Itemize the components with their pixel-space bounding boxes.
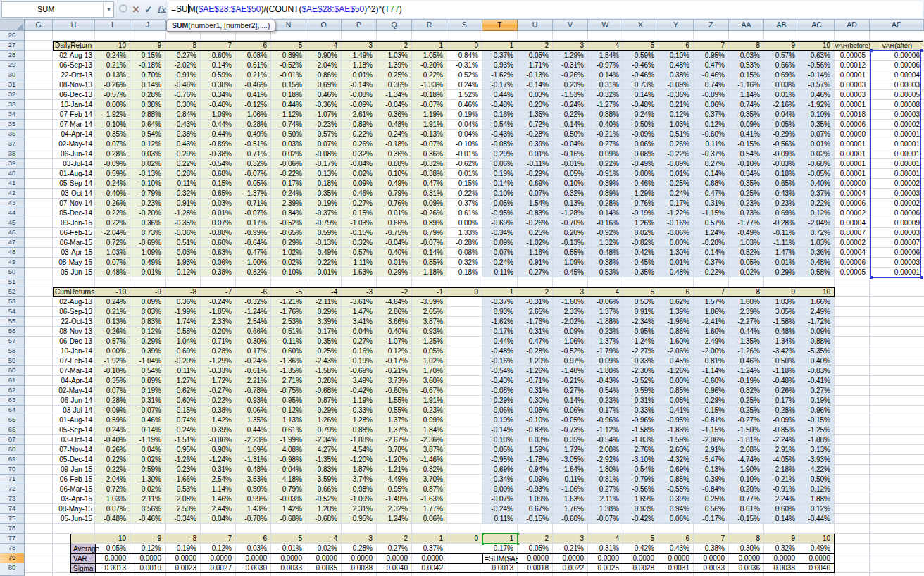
- cell-I55[interactable]: 0.13%: [95, 317, 130, 327]
- cell-K80[interactable]: 0.0023: [166, 563, 201, 573]
- cell-P47[interactable]: 0.32%: [342, 238, 377, 248]
- cell-P53[interactable]: -3.61%: [342, 297, 377, 307]
- cell-Q67[interactable]: -2.67%: [377, 435, 412, 445]
- cell-O73[interactable]: -0.52%: [306, 494, 342, 504]
- cell-AB49[interactable]: -0.01%: [764, 258, 799, 268]
- cell-Q29[interactable]: 1.39%: [377, 61, 412, 70]
- cell-Q54[interactable]: 2.86%: [377, 307, 412, 317]
- cell-X68[interactable]: 2.76%: [623, 445, 658, 455]
- cell-X33[interactable]: -0.48%: [623, 100, 658, 110]
- cell-AB39[interactable]: -0.03%: [764, 159, 799, 169]
- cell-S31[interactable]: 0.24%: [447, 80, 482, 90]
- cell-P74[interactable]: 2.31%: [342, 504, 377, 514]
- cell-Y66[interactable]: -1.83%: [658, 425, 694, 435]
- cell-M35[interactable]: -0.28%: [236, 120, 271, 130]
- cell-I30[interactable]: 0.13%: [95, 70, 130, 80]
- cell-I49[interactable]: 0.07%: [95, 258, 130, 268]
- cell-N69[interactable]: -0.98%: [271, 455, 306, 465]
- cell-P48[interactable]: -0.57%: [342, 248, 377, 258]
- cell-J48[interactable]: 1.09%: [130, 248, 166, 258]
- cell-U80[interactable]: 0.0018: [518, 563, 553, 573]
- cell-M69[interactable]: -1.31%: [236, 455, 271, 465]
- cell-Q63[interactable]: 1.55%: [377, 396, 412, 406]
- cell-U72[interactable]: -0.93%: [518, 484, 553, 494]
- row-header-29[interactable]: 29: [0, 61, 25, 70]
- cell-R69[interactable]: -1.46%: [412, 455, 447, 465]
- cell-H60[interactable]: 07-Mar-14: [53, 366, 95, 376]
- column-header-X[interactable]: X: [623, 20, 658, 31]
- cell-I42[interactable]: -0.40%: [95, 189, 130, 199]
- cell-W33[interactable]: -1.27%: [588, 100, 623, 110]
- cell-M71[interactable]: -3.53%: [236, 475, 271, 484]
- cell-AA49[interactable]: 0.05%: [729, 258, 764, 268]
- cell-Z65[interactable]: -0.81%: [694, 415, 729, 425]
- cell-AC60[interactable]: -0.83%: [799, 366, 835, 376]
- cell-X73[interactable]: 1.69%: [623, 494, 658, 504]
- cell-H37[interactable]: 02-May-14: [53, 139, 95, 149]
- cell-AC32[interactable]: 0.46%: [799, 90, 835, 100]
- cell-W30[interactable]: 0.14%: [588, 70, 623, 80]
- cell-R59[interactable]: 1.02%: [412, 356, 447, 366]
- row-header-44[interactable]: 44: [0, 208, 25, 218]
- cell-W60[interactable]: -1.80%: [588, 366, 623, 376]
- cell-AA66[interactable]: -1.50%: [729, 425, 764, 435]
- cell-W74[interactable]: 1.38%: [588, 504, 623, 514]
- cell-I50[interactable]: -0.48%: [95, 268, 130, 277]
- cell-V69[interactable]: -3.05%: [553, 455, 588, 465]
- cell-O59[interactable]: -2.43%: [306, 356, 342, 366]
- cell-L47[interactable]: 0.60%: [201, 238, 236, 248]
- column-header-W[interactable]: W: [588, 20, 623, 31]
- cell-AA65[interactable]: -0.27%: [729, 415, 764, 425]
- cell-W64[interactable]: 0.17%: [588, 406, 623, 415]
- cell-K27[interactable]: -8: [166, 41, 201, 51]
- cell-N56[interactable]: -0.51%: [271, 327, 306, 337]
- cell-L80[interactable]: 0.0027: [201, 563, 236, 573]
- cell-S37[interactable]: -0.10%: [447, 139, 482, 149]
- cell-H31[interactable]: 08-Nov-13: [53, 80, 95, 90]
- cell-M40[interactable]: -0.07%: [236, 169, 271, 179]
- column-header-AD[interactable]: AD: [835, 20, 870, 31]
- bottom-label-sigma[interactable]: Sigma: [70, 563, 96, 573]
- cell-M36[interactable]: 0.49%: [236, 130, 271, 139]
- cell-Y30[interactable]: 0.38%: [658, 70, 694, 80]
- cell-I61[interactable]: 0.35%: [95, 376, 130, 386]
- cell-H63[interactable]: 06-Jun-14: [53, 396, 95, 406]
- cell-J63[interactable]: 0.31%: [130, 396, 166, 406]
- cell-N39[interactable]: -0.06%: [271, 159, 306, 169]
- cell-V36[interactable]: 0.50%: [553, 130, 588, 139]
- cell-J37[interactable]: 0.12%: [130, 139, 166, 149]
- cell-Q50[interactable]: 0.29%: [377, 268, 412, 277]
- cell-AC56[interactable]: -0.09%: [799, 327, 835, 337]
- cell-M38[interactable]: 0.71%: [236, 149, 271, 159]
- cell-P58[interactable]: 0.16%: [342, 346, 377, 356]
- cell-M47[interactable]: -0.64%: [236, 238, 271, 248]
- cell-J79[interactable]: 0.0000: [130, 553, 166, 563]
- cell-K72[interactable]: 0.53%: [166, 484, 201, 494]
- cell-AC41[interactable]: -0.40%: [799, 179, 835, 189]
- cell-W68[interactable]: 2.00%: [588, 445, 623, 455]
- cell-T66[interactable]: -0.14%: [482, 425, 518, 435]
- cell-T50[interactable]: 0.11%: [482, 268, 518, 277]
- cell-K60[interactable]: 0.11%: [166, 366, 201, 376]
- cell-I31[interactable]: -0.26%: [95, 80, 130, 90]
- cell-AD39[interactable]: 0.00001: [835, 159, 870, 169]
- cell-AB67[interactable]: -2.24%: [764, 435, 799, 445]
- cell-AA60[interactable]: -1.24%: [729, 366, 764, 376]
- cell-AA39[interactable]: -0.10%: [729, 159, 764, 169]
- cell-M66[interactable]: 0.44%: [236, 425, 271, 435]
- cell-L52[interactable]: -7: [201, 287, 236, 297]
- cell-V68[interactable]: 1.72%: [553, 445, 588, 455]
- cell-X78[interactable]: -0.42%: [623, 544, 658, 553]
- row-header-59[interactable]: 59: [0, 356, 25, 366]
- cell-R36[interactable]: -0.13%: [412, 130, 447, 139]
- cell-S52[interactable]: 0: [447, 287, 482, 297]
- cell-L41[interactable]: 0.15%: [201, 179, 236, 189]
- cell-N59[interactable]: -1.36%: [271, 356, 306, 366]
- cell-Z70[interactable]: -0.13%: [694, 465, 729, 475]
- cell-S44[interactable]: 0.61%: [447, 208, 482, 218]
- cell-X60[interactable]: -2.30%: [623, 366, 658, 376]
- cell-T44[interactable]: -0.95%: [482, 208, 518, 218]
- cell-H62[interactable]: 02-May-14: [53, 386, 95, 396]
- cell-Y32[interactable]: -0.36%: [658, 90, 694, 100]
- cell-O61[interactable]: 3.28%: [306, 376, 342, 386]
